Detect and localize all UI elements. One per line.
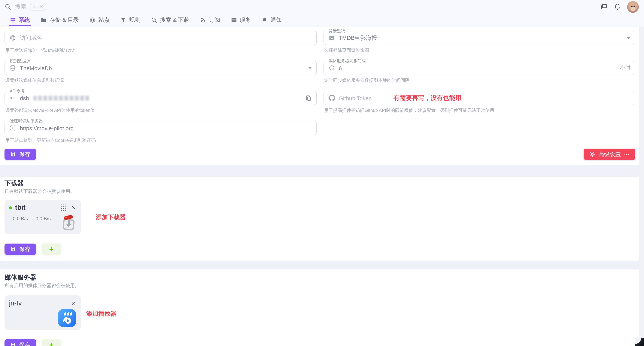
tab-services[interactable]: 服务 [225, 14, 256, 27]
tab-storage-directories[interactable]: 存储 & 目录 [35, 14, 84, 27]
domain-field-block: 访问域名 用于发送通知时，添加快捷跳转地址 [4, 31, 316, 53]
tab-label: 通知 [270, 16, 282, 24]
sync-interval-suffix: 小时 [620, 64, 630, 71]
drag-handle-icon[interactable] [61, 204, 66, 211]
copy-icon[interactable] [305, 94, 312, 101]
api-token-input[interactable]: API令牌 dsh [4, 91, 316, 105]
key-icon [10, 94, 16, 101]
floppy-icon [10, 342, 16, 346]
wallpaper-label: 背景壁纸 [327, 28, 346, 34]
download-speed: ↓ 0.0 B/s [32, 216, 51, 222]
close-icon[interactable] [71, 205, 76, 210]
globe-icon [10, 34, 16, 41]
advanced-settings-button[interactable]: 高级设置 ••• [584, 148, 635, 160]
downloader-title: 下载器 [4, 180, 635, 187]
more-dots-icon: ••• [624, 152, 630, 156]
tab-label: 服务 [240, 16, 251, 24]
sync-interval-label: 媒体服务器同步间隔 [327, 58, 367, 64]
media-server-section: 媒体服务器 所有启用的媒体服务器都会被使用。 jn-tv [0, 270, 644, 346]
wallpaper-helper: 选择登陆页面背景来源 [324, 48, 635, 53]
api-token-helper: 设置外部请求MoviePilot API时使用的token值 [5, 108, 316, 113]
domain-helper: 用于发送通知时，添加快捷跳转地址 [5, 48, 316, 53]
globe-icon [90, 17, 96, 23]
form-actions: 保存 高级设置 ••• [4, 148, 635, 160]
search-icon [4, 4, 11, 10]
advanced-settings-label: 高级设置 [598, 151, 621, 158]
api-token-field-block: API令牌 dsh 设置外部请求MoviePilot API时使用的token值 [4, 91, 316, 113]
close-icon[interactable] [71, 300, 76, 306]
api-token-label: API令牌 [8, 88, 26, 94]
settings-tabs: 系统 存储 & 目录 站点 规则 搜索 & 下载 订阅 服务 通知 [0, 14, 644, 27]
wallpaper-value: TMDB电影海报 [339, 34, 377, 42]
topbar-actions [600, 1, 639, 12]
search-icon [151, 17, 158, 23]
save-button[interactable]: 保存 [4, 339, 36, 346]
media-player-icon [58, 309, 76, 327]
tab-label: 系统 [19, 16, 30, 24]
domain-placeholder: 访问域名 [20, 34, 42, 42]
tab-label: 存储 & 目录 [50, 16, 79, 24]
tab-notifications[interactable]: 通知 [256, 14, 287, 27]
captcha-server-label: 验证码识别服务器 [8, 118, 44, 124]
datasource-select[interactable]: 识别数据源 TheMovieDb [4, 61, 316, 75]
api-token-prefix: dsh [20, 95, 29, 101]
domain-input[interactable]: 访问域名 [4, 31, 316, 45]
save-button[interactable]: 保存 [4, 148, 36, 160]
plus-icon: + [49, 245, 54, 254]
github-icon [328, 94, 335, 101]
tab-label: 规则 [129, 16, 140, 24]
tab-label: 站点 [98, 16, 110, 24]
floppy-icon [10, 151, 16, 157]
captcha-server-value: https://movie-pilot.org [20, 125, 74, 131]
datasource-field-block: 识别数据源 TheMovieDb 设置默认媒体信息识别数据源 [4, 61, 316, 83]
sync-icon [328, 64, 335, 71]
captcha-server-helper: 用于站点签到、更新站点Cookie等识别验证码 [5, 138, 316, 143]
sync-interval-helper: 定时同步媒体服务器数据到本地的时间间隔 [324, 78, 635, 83]
tab-sites[interactable]: 站点 [84, 14, 115, 27]
captcha-server-input[interactable]: 验证码识别服务器 https://movie-pilot.org [4, 121, 316, 135]
tab-search-download[interactable]: 搜索 & 下载 [146, 14, 195, 27]
chevron-down-icon [308, 67, 312, 69]
sync-interval-value: 6 [339, 65, 342, 71]
media-server-name: jn-tv [9, 300, 22, 307]
search-shortcut-badge: ⌘+K [30, 3, 46, 10]
system-settings-form: 访问域名 用于发送通知时，添加快捷跳转地址 背景壁纸 TMDB电影海报 选择登陆… [0, 27, 644, 165]
media-server-card-jn-tv[interactable]: jn-tv [4, 295, 81, 330]
tab-system[interactable]: 系统 [4, 14, 35, 27]
user-avatar[interactable] [627, 1, 639, 12]
save-button-label: 保存 [19, 341, 30, 346]
ocr-scan-icon [10, 124, 16, 131]
add-downloader-button[interactable]: + [42, 244, 61, 255]
plus-icon: + [49, 340, 54, 346]
wallpaper-select[interactable]: 背景壁纸 TMDB电影海报 [323, 31, 635, 45]
github-token-annotation: 有需要再写，没有也能用 [394, 94, 462, 102]
windows-stack-icon[interactable] [600, 3, 608, 10]
filter-icon [120, 17, 127, 23]
database-icon [10, 64, 16, 71]
downloader-card-tbit[interactable]: tbit ↑ 0.0 B/s ↓ 0.0 B/s [4, 200, 81, 234]
datasource-label: 识别数据源 [8, 58, 32, 64]
captcha-server-field-block: 验证码识别服务器 https://movie-pilot.org 用于站点签到、… [4, 121, 316, 143]
empty-cell [323, 121, 635, 143]
tab-rules[interactable]: 规则 [115, 14, 146, 27]
scrollbar-track[interactable] [639, 27, 644, 346]
rss-icon [200, 17, 206, 23]
downloader-subtitle: 只有默认下载器才会被默认使用。 [4, 188, 635, 195]
floppy-icon [10, 246, 16, 252]
tab-subscriptions[interactable]: 订阅 [194, 14, 225, 27]
media-server-actions: 保存 + [4, 339, 635, 346]
media-server-subtitle: 所有启用的媒体服务器都会被使用。 [4, 282, 635, 289]
add-media-server-button[interactable]: + [42, 339, 61, 346]
wallpaper-field-block: 背景壁纸 TMDB电影海报 选择登陆页面背景来源 [323, 31, 635, 53]
bell-icon[interactable] [614, 3, 621, 10]
downloader-actions: 保存 + [4, 244, 635, 255]
github-token-input[interactable]: Github Token 有需要再写，没有也能用 [323, 91, 635, 105]
search-placeholder: 搜索 [15, 3, 26, 10]
save-button[interactable]: 保存 [4, 244, 36, 255]
github-token-field-block: Github Token 有需要再写，没有也能用 用于提高插件等访问Github… [323, 91, 635, 113]
topbar: 搜索 ⌘+K [0, 0, 644, 14]
sync-interval-input[interactable]: 媒体服务器同步间隔 6 小时 [323, 61, 635, 75]
global-search-input[interactable]: 搜索 ⌘+K [4, 3, 46, 10]
section-divider [0, 261, 644, 270]
downloader-name: tbit [15, 204, 26, 212]
